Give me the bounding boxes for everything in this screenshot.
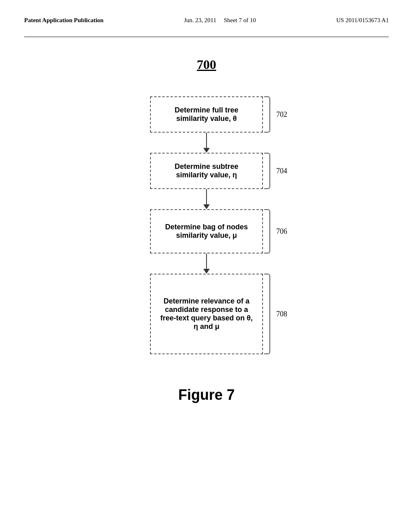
flow-step-708: Determine relevance of a candidate respo…: [150, 274, 263, 354]
flow-step-702: Determine full tree similarity value, θ …: [150, 96, 263, 133]
box-706: Determine bag of nodes similarity value,…: [150, 209, 263, 254]
arrow-3: [203, 254, 210, 274]
flowchart: Determine full tree similarity value, θ …: [150, 96, 263, 354]
bracket-708: [264, 274, 270, 354]
header-divider: [24, 37, 389, 37]
patent-number: US 2011/0153673 A1: [336, 17, 389, 23]
publication-label: Patent Application Publication: [24, 17, 104, 23]
box-704-text: Determine subtree similarity value, η: [159, 162, 254, 179]
page-header: Patent Application Publication Jun. 23, …: [24, 16, 389, 25]
box-708-text: Determine relevance of a candidate respo…: [159, 297, 254, 331]
box-704: Determine subtree similarity value, η: [150, 153, 263, 189]
date-sheet: Jun. 23, 2011 Sheet 7 of 10: [184, 17, 256, 23]
arrow-1: [203, 133, 210, 153]
box-702: Determine full tree similarity value, θ: [150, 96, 263, 133]
arrow-head-1: [203, 148, 210, 153]
flow-step-704: Determine subtree similarity value, η 70…: [150, 153, 263, 189]
bracket-706: [264, 209, 270, 254]
arrow-head-2: [203, 204, 210, 209]
figure-caption: Figure 7: [178, 387, 235, 403]
arrow-line-3: [206, 254, 207, 269]
figure-number: 700: [197, 57, 216, 72]
label-708: 708: [276, 310, 287, 318]
arrow-line-2: [206, 189, 207, 204]
box-702-text: Determine full tree similarity value, θ: [159, 106, 254, 123]
arrow-2: [203, 189, 210, 209]
diagram-container: 700 Determine full tree similarity value…: [24, 53, 389, 403]
box-708: Determine relevance of a candidate respo…: [150, 274, 263, 354]
header-left: Patent Application Publication: [24, 16, 104, 25]
header-center: Jun. 23, 2011 Sheet 7 of 10: [184, 16, 256, 25]
arrow-head-3: [203, 269, 210, 274]
label-704: 704: [276, 167, 287, 175]
bracket-702: [264, 96, 270, 133]
header-right: US 2011/0153673 A1: [336, 16, 389, 25]
page: Patent Application Publication Jun. 23, …: [0, 0, 413, 532]
flow-step-706: Determine bag of nodes similarity value,…: [150, 209, 263, 254]
arrow-line-1: [206, 133, 207, 148]
bracket-704: [264, 153, 270, 189]
box-706-text: Determine bag of nodes similarity value,…: [159, 223, 254, 240]
label-706: 706: [276, 227, 287, 236]
label-702: 702: [276, 110, 287, 119]
